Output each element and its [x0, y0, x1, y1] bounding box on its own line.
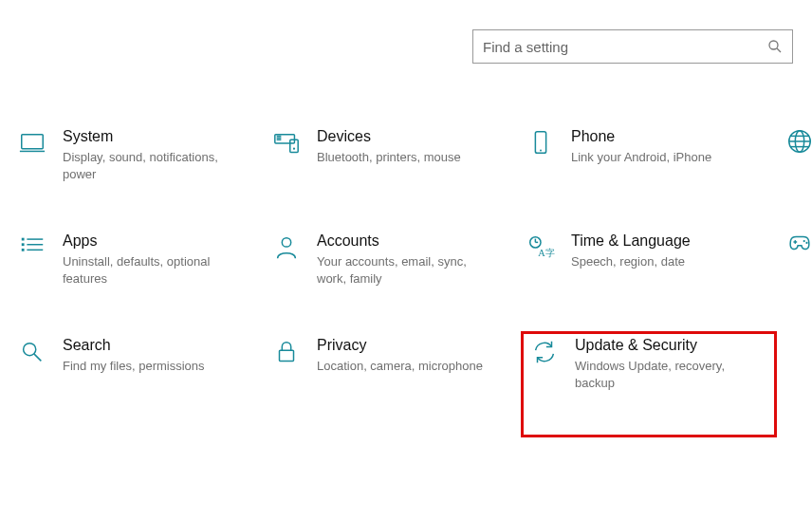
tile-title: Time & Language: [571, 232, 691, 250]
tile-search[interactable]: Search Find my files, permissions: [13, 332, 268, 436]
svg-rect-12: [22, 238, 25, 241]
svg-line-24: [34, 354, 42, 362]
tile-accounts[interactable]: Accounts Your accounts, email, sync, wor…: [268, 228, 522, 332]
tile-title: Phone: [571, 127, 711, 145]
svg-point-18: [282, 238, 290, 247]
tile-phone[interactable]: Phone Link your Android, iPhone: [522, 123, 776, 228]
svg-point-9: [293, 148, 295, 150]
tile-update-security[interactable]: Update & Security Windows Update, recove…: [522, 332, 776, 436]
network-internet-icon[interactable]: [785, 127, 812, 156]
svg-point-23: [24, 344, 36, 356]
tile-desc: Find my files, permissions: [63, 358, 205, 375]
tile-desc: Windows Update, recovery, backup: [575, 358, 749, 391]
svg-rect-25: [280, 350, 294, 361]
search-input[interactable]: [483, 39, 767, 55]
tile-system[interactable]: System Display, sound, notifications, po…: [13, 123, 268, 228]
tile-desc: Link your Android, iPhone: [571, 149, 711, 166]
tile-title: Accounts: [317, 232, 495, 250]
tile-privacy[interactable]: Privacy Location, camera, microphone: [268, 332, 522, 436]
system-icon: [13, 127, 51, 158]
svg-rect-2: [22, 135, 44, 149]
svg-point-0: [769, 41, 778, 49]
tile-desc: Bluetooth, printers, mouse: [317, 149, 461, 166]
accounts-icon: [268, 232, 305, 262]
privacy-icon: [268, 336, 305, 366]
tile-desc: Location, camera, microphone: [317, 358, 483, 375]
tile-title: Update & Security: [575, 336, 749, 354]
tile-title: Search: [63, 336, 205, 354]
tile-desc: Your accounts, email, sync, work, family: [317, 253, 495, 287]
phone-icon: [522, 127, 560, 158]
tile-time-language[interactable]: A字 Time & Language Speech, region, date: [522, 228, 776, 332]
svg-rect-13: [22, 243, 25, 246]
tile-devices[interactable]: Devices Bluetooth, printers, mouse: [268, 123, 522, 228]
tile-title: Devices: [317, 127, 461, 145]
svg-point-11: [540, 150, 542, 152]
apps-icon: [13, 232, 51, 262]
tile-desc: Speech, region, date: [571, 253, 691, 270]
tile-apps[interactable]: Apps Uninstall, defaults, optional featu…: [13, 228, 268, 332]
time-language-icon: A字: [522, 232, 560, 262]
devices-icon: [268, 127, 305, 158]
update-security-icon: [526, 336, 563, 366]
tile-desc: Display, sound, notifications, power: [63, 149, 241, 182]
svg-point-31: [803, 240, 805, 242]
svg-line-1: [777, 48, 781, 52]
tile-title: System: [63, 127, 241, 145]
tile-desc: Uninstall, defaults, optional features: [63, 253, 241, 287]
search-category-icon: [13, 336, 51, 366]
settings-grid: System Display, sound, notifications, po…: [13, 123, 812, 436]
svg-rect-14: [22, 249, 25, 251]
search-box[interactable]: [472, 29, 793, 64]
tile-title: Apps: [63, 232, 241, 250]
search-icon: [767, 39, 783, 54]
gaming-icon[interactable]: [785, 228, 812, 256]
tile-title: Privacy: [317, 336, 483, 354]
svg-point-32: [805, 242, 807, 244]
svg-text:A字: A字: [538, 248, 554, 258]
